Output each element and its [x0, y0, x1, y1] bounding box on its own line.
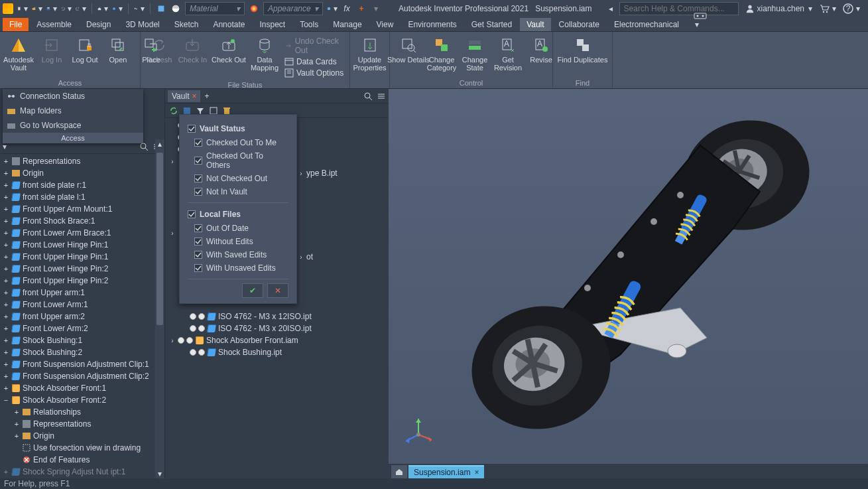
model-tree[interactable]: +Representations+Origin+front side plate…: [0, 154, 164, 478]
chevron-icon[interactable]: ›: [298, 170, 304, 177]
tab-design[interactable]: Design: [80, 18, 117, 31]
autodesk-vault-button[interactable]: Autodesk Vault: [4, 35, 33, 73]
tab-3dmodel[interactable]: 3D Model: [119, 18, 166, 31]
undo-menu[interactable]: ▾: [61, 3, 72, 14]
toggle-icon[interactable]: +: [3, 205, 9, 213]
go-to-workspace-item[interactable]: Go to Workspace: [3, 118, 143, 133]
tree-row[interactable]: +Front Lower Arm:2: [0, 322, 164, 334]
toggle-icon[interactable]: +: [3, 384, 9, 392]
tree-row[interactable]: +Front Upper Hinge Pin:1: [0, 251, 164, 263]
add-tab-icon[interactable]: +: [204, 92, 209, 101]
cart-icon[interactable]: ▾: [819, 3, 836, 14]
toggle-icon[interactable]: +: [3, 277, 9, 285]
change-category-button[interactable]: Change Category: [427, 35, 456, 73]
toggle-icon[interactable]: +: [13, 432, 20, 440]
toggle-icon[interactable]: +: [3, 468, 9, 476]
out-of-date-option[interactable]: Out Of Date: [188, 222, 288, 235]
checked-out-to-others-option[interactable]: Checked Out To Others: [188, 149, 288, 172]
find-duplicates-button[interactable]: Find Duplicates: [557, 35, 608, 65]
filter-cancel-button[interactable]: ✕: [267, 283, 288, 298]
view-triad-icon[interactable]: [402, 415, 435, 448]
vault-row[interactable]: ISO 4762 - M3 x 12ISO.ipt: [165, 311, 389, 322]
toggle-icon[interactable]: +: [3, 313, 9, 320]
tree-row[interactable]: +Shock Absorber Front:1: [0, 382, 164, 394]
add-btn[interactable]: +: [356, 3, 367, 14]
team-web-menu[interactable]: ▾: [112, 3, 123, 14]
with-unsaved-edits-option[interactable]: With Unsaved Edits: [188, 261, 288, 275]
toggle-icon[interactable]: +: [3, 169, 9, 177]
tree-row[interactable]: +front side plate r:1: [0, 179, 164, 191]
tab-environments[interactable]: Environments: [401, 18, 463, 31]
toggle-icon[interactable]: +: [3, 336, 9, 344]
vault-status-heading[interactable]: Vault Status: [188, 121, 288, 136]
chevron-icon[interactable]: ›: [169, 158, 176, 165]
toggle-icon[interactable]: +: [3, 348, 9, 356]
map-folders-item[interactable]: Map folders: [3, 104, 143, 118]
qat-overflow[interactable]: ▾: [371, 3, 381, 14]
tree-row[interactable]: +Origin: [0, 167, 164, 179]
new-menu[interactable]: ▾: [17, 3, 28, 14]
home-view-menu[interactable]: ▾: [97, 3, 108, 14]
toggle-icon[interactable]: +: [3, 229, 9, 237]
document-tab[interactable]: Suspension.iam×: [408, 465, 484, 478]
tree-row[interactable]: −Shock Absorber Front:2: [0, 394, 164, 406]
connection-status-item[interactable]: Connection Status: [3, 89, 143, 104]
vault-row[interactable]: ›Shock Absorber Front.iam: [165, 334, 389, 346]
toggle-icon[interactable]: +: [3, 301, 9, 309]
toggle-icon[interactable]: +: [3, 324, 9, 332]
get-revision-button[interactable]: AGet Revision: [493, 35, 523, 73]
chevron-icon[interactable]: ›: [298, 253, 304, 261]
tree-row[interactable]: +Front Lower Arm:1: [0, 299, 164, 311]
close-tab-icon[interactable]: ×: [192, 92, 196, 101]
login-button[interactable]: Log In: [37, 35, 66, 65]
tree-row[interactable]: +Front Suspension Adjustment Clip:2: [0, 370, 164, 382]
parameters-btn[interactable]: fx: [341, 3, 352, 14]
tab-assemble[interactable]: Assemble: [30, 18, 78, 31]
tab-vault[interactable]: Vault: [520, 18, 550, 31]
tree-row[interactable]: +Shock Spring Adjust Nut ipt:1: [0, 466, 164, 478]
scroll-up-icon[interactable]: ▴: [155, 139, 164, 149]
tab-inspect[interactable]: Inspect: [253, 18, 292, 31]
toggle-icon[interactable]: +: [3, 253, 9, 261]
local-files-checkbox[interactable]: [188, 210, 196, 218]
vault-tab[interactable]: Vault×: [168, 90, 200, 102]
tree-row[interactable]: +Shock Bushing:2: [0, 346, 164, 358]
not-checked-out-option[interactable]: Not Checked Out: [188, 172, 288, 185]
tree-row[interactable]: +Front Lower Arm Brace:1: [0, 227, 164, 239]
datamapping-button[interactable]: Data Mapping: [250, 35, 279, 73]
search-input[interactable]: [619, 2, 739, 15]
toggle-icon[interactable]: +: [3, 157, 9, 165]
with-saved-edits-option[interactable]: With Saved Edits: [188, 248, 288, 261]
toggle-icon[interactable]: +: [3, 217, 9, 225]
checked-out-to-me-option[interactable]: Checked Out To Me: [188, 136, 288, 149]
tree-scrollbar[interactable]: ▴ ▾: [155, 139, 164, 478]
revise-button[interactable]: ARevise: [527, 35, 556, 65]
toggle-icon[interactable]: +: [3, 181, 9, 189]
user-account[interactable]: xianhua.chen▾: [745, 4, 812, 13]
tree-row[interactable]: +Front Upper Arm Mount:1: [0, 203, 164, 215]
tab-annotate[interactable]: Annotate: [206, 18, 251, 31]
tree-row[interactable]: +front Upper arm:2: [0, 311, 164, 322]
tree-row[interactable]: +front Upper arm:1: [0, 287, 164, 299]
change-state-button[interactable]: Change State: [460, 35, 489, 73]
toggle-icon[interactable]: +: [3, 289, 9, 297]
tab-file[interactable]: File: [3, 18, 29, 31]
assembly-menu[interactable]: ▾: [134, 3, 145, 14]
tree-row[interactable]: +Front Lower Hinge Pin:1: [0, 239, 164, 251]
tree-row[interactable]: +Origin: [0, 430, 164, 442]
3d-viewport[interactable]: Suspension.iam×: [389, 89, 868, 478]
tree-row[interactable]: +Representations: [0, 155, 164, 167]
vault-search-icon[interactable]: [363, 92, 373, 101]
local-files-heading[interactable]: Local Files: [188, 207, 288, 222]
toggle-icon[interactable]: +: [3, 265, 9, 273]
sphere-icon[interactable]: [170, 3, 181, 14]
chevron-icon[interactable]: ›: [169, 337, 176, 344]
help-icon[interactable]: ?▾: [843, 3, 860, 14]
tab-view[interactable]: View: [370, 18, 401, 31]
vault-menu-icon[interactable]: [377, 92, 386, 101]
refresh-icon[interactable]: [169, 106, 178, 115]
toggle-icon[interactable]: +: [3, 193, 9, 201]
open-button[interactable]: Open: [103, 35, 133, 65]
tab-collaborate[interactable]: Collaborate: [552, 18, 606, 31]
material-combo[interactable]: Material▾: [185, 2, 245, 15]
